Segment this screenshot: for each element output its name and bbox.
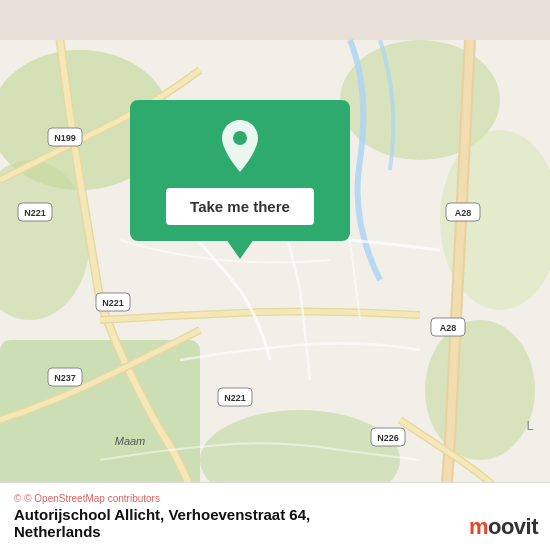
svg-text:Maam: Maam xyxy=(115,435,146,447)
moovit-letter-m: m xyxy=(469,514,488,539)
location-country: Netherlands xyxy=(14,523,101,540)
svg-text:L: L xyxy=(526,418,533,433)
location-name: Autorijschool Allicht, Verhoevenstraat 6… xyxy=(14,506,310,523)
moovit-logo: moovit xyxy=(469,514,538,540)
take-me-there-button[interactable]: Take me there xyxy=(166,188,314,225)
location-title: Autorijschool Allicht, Verhoevenstraat 6… xyxy=(14,506,536,540)
svg-text:A28: A28 xyxy=(440,323,457,333)
location-panel: Take me there xyxy=(130,100,350,241)
svg-text:N221: N221 xyxy=(24,208,46,218)
svg-point-26 xyxy=(233,131,247,145)
location-pin-icon xyxy=(218,120,262,172)
svg-text:N237: N237 xyxy=(54,373,76,383)
osm-credit: © © OpenStreetMap contributors xyxy=(14,493,536,504)
svg-text:A28: A28 xyxy=(455,208,472,218)
map-background: N199 N221 N221 N221 N237 A28 A28 N226 Ma… xyxy=(0,0,550,550)
map-container: N199 N221 N221 N221 N237 A28 A28 N226 Ma… xyxy=(0,0,550,550)
moovit-remaining-text: oovit xyxy=(488,514,538,539)
svg-text:N199: N199 xyxy=(54,133,76,143)
svg-text:N221: N221 xyxy=(224,393,246,403)
svg-text:N221: N221 xyxy=(102,298,124,308)
moovit-brand-text: moovit xyxy=(469,514,538,540)
svg-point-6 xyxy=(425,320,535,460)
osm-credit-text: © OpenStreetMap contributors xyxy=(24,493,160,504)
svg-text:N226: N226 xyxy=(377,433,399,443)
osm-copyright-symbol: © xyxy=(14,493,21,504)
info-bar: © © OpenStreetMap contributors Autorijsc… xyxy=(0,482,550,550)
